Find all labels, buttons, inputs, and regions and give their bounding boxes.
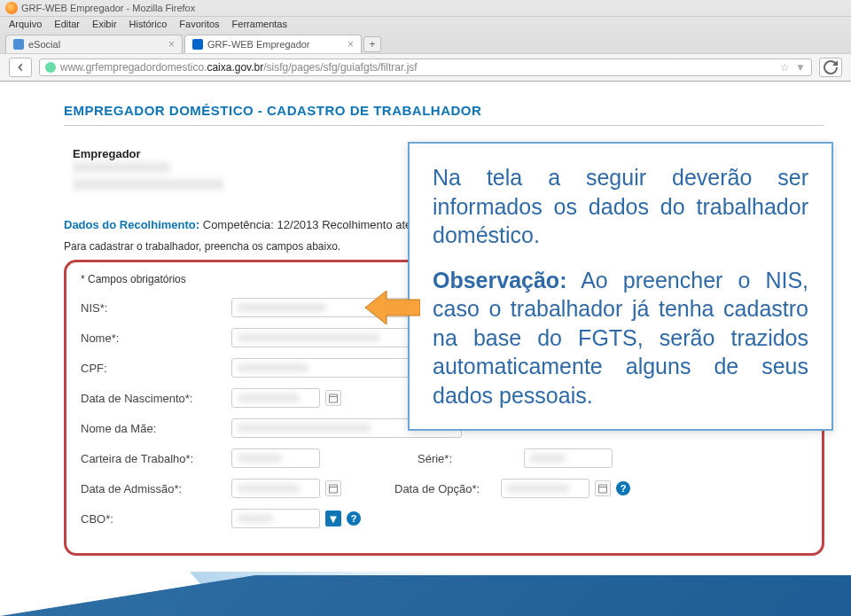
globe-icon [45, 62, 56, 73]
new-tab-button[interactable]: + [363, 36, 381, 52]
menu-bar: Arquivo Editar Exibir Histórico Favorito… [0, 17, 851, 31]
page-title: EMPREGADOR DOMÉSTICO - CADASTRO DE TRABA… [64, 97, 824, 126]
reload-button[interactable] [819, 58, 842, 77]
row-cbo: CBO*: ▼ ? [81, 509, 808, 528]
url-path: /sisfg/pages/sfg/guiafgts/filtrar.jsf [263, 61, 417, 74]
window-title: GRF-WEB Empregador - Mozilla Firefox [21, 3, 195, 13]
label-cpf: CPF: [81, 362, 231, 375]
blurred-text [73, 179, 223, 190]
calendar-icon[interactable] [325, 480, 341, 496]
calendar-icon[interactable] [325, 390, 341, 406]
blurred-value [507, 484, 569, 493]
menu-historico[interactable]: Histórico [129, 19, 168, 29]
menu-favoritos[interactable]: Favoritos [179, 19, 219, 29]
opcao-field[interactable] [501, 479, 589, 498]
address-bar[interactable]: www.grfempregadordomestico.caixa.gov.br/… [39, 58, 812, 76]
help-icon[interactable]: ? [616, 481, 630, 495]
url-bar: www.grfempregadordomestico.caixa.gov.br/… [0, 53, 851, 81]
label-opcao: Data de Opção*: [394, 482, 501, 495]
menu-ferramentas[interactable]: Ferramentas [232, 19, 287, 29]
dados-label: Dados do Recolhimento: [64, 218, 199, 231]
row-carteira: Carteira de Trabalho*: Série*: [81, 448, 808, 468]
label-nascimento: Data de Nascimento*: [81, 392, 231, 405]
dados-text: Competência: 12/2013 Recolhimento até [203, 218, 412, 231]
row-admissao: Data de Admissão*: Data de Opção*: ? [81, 479, 808, 498]
svg-marker-0 [365, 291, 420, 324]
label-nome: Nome*: [81, 331, 231, 345]
browser-chrome: GRF-WEB Empregador - Mozilla Firefox Arq… [0, 0, 851, 82]
help-icon[interactable]: ? [347, 511, 361, 526]
label-admissao: Data de Admissão*: [81, 482, 231, 495]
tab-icon [13, 39, 24, 50]
menu-arquivo[interactable]: Arquivo [9, 19, 42, 29]
tab-icon [192, 39, 203, 50]
label-serie: Série*: [418, 452, 524, 465]
cbo-field[interactable] [231, 509, 320, 528]
label-nis: NIS*: [81, 301, 231, 315]
blurred-value [238, 424, 371, 433]
blurred-value [238, 394, 300, 402]
label-cbo: CBO*: [81, 512, 231, 526]
menu-editar[interactable]: Editar [54, 19, 80, 29]
title-bar: GRF-WEB Empregador - Mozilla Firefox [0, 0, 851, 17]
dropdown-icon[interactable]: ▼ [795, 61, 806, 74]
tab-strip: eSocial × GRF-WEB Empregador × + [0, 31, 851, 53]
cpf-field[interactable] [231, 358, 426, 378]
tab-esocial[interactable]: eSocial × [5, 35, 183, 53]
firefox-icon [5, 2, 18, 14]
admissao-field[interactable] [231, 479, 320, 498]
blurred-value [238, 303, 326, 312]
blurred-value [530, 454, 566, 463]
callout-box: Na tela a seguir deverão ser informados … [408, 142, 833, 431]
callout-obs-label: Observação: [433, 268, 566, 292]
callout-text-1: Na tela a seguir deverão ser informados … [433, 163, 808, 250]
label-carteira: Carteira de Trabalho*: [81, 452, 231, 465]
arrow-icon [365, 289, 420, 330]
menu-exibir[interactable]: Exibir [92, 19, 117, 29]
blurred-value [238, 514, 273, 523]
blurred-value [238, 454, 282, 463]
url-host: caixa.gov.br [207, 61, 263, 74]
label-mae: Nome da Mãe: [81, 422, 231, 435]
nascimento-field[interactable] [231, 388, 320, 408]
close-icon[interactable]: × [168, 38, 175, 51]
tab-label: eSocial [28, 39, 60, 50]
tab-label: GRF-WEB Empregador [207, 39, 310, 50]
tab-grfweb[interactable]: GRF-WEB Empregador × [184, 35, 362, 53]
url-prefix: www.grfempregadordomestico. [60, 61, 207, 74]
calendar-icon[interactable] [595, 480, 611, 496]
carteira-field[interactable] [231, 448, 320, 468]
serie-field[interactable] [524, 448, 613, 468]
blurred-text [73, 162, 170, 173]
dropdown-icon[interactable]: ▼ [325, 511, 341, 526]
blurred-value [238, 363, 308, 372]
bookmark-star-icon[interactable]: ☆ [780, 61, 790, 74]
blurred-value [238, 333, 379, 342]
close-icon[interactable]: × [347, 38, 354, 51]
back-button[interactable] [9, 58, 32, 77]
blurred-value [238, 484, 300, 493]
